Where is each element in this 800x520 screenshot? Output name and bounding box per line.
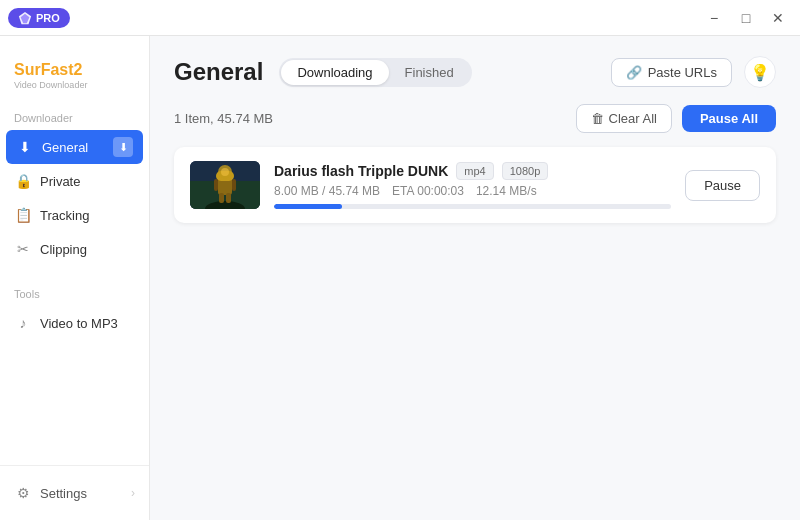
pause-all-button[interactable]: Pause All [682,105,776,132]
trash-icon: 🗑 [591,111,604,126]
eta-info: ETA 00:00:03 [392,184,464,198]
progress-bar [274,204,671,209]
clear-all-button[interactable]: 🗑 Clear All [576,104,672,133]
download-meta: 8.00 MB / 45.74 MB ETA 00:00:03 12.14 MB… [274,184,671,198]
item-count: 1 Item, 45.74 MB [174,111,273,126]
progress-bar-fill [274,204,342,209]
app-body: SurFast2 Video Downloader Downloader ⬇ G… [0,36,800,520]
pro-label: PRO [36,12,60,24]
svg-point-10 [221,168,229,176]
lightbulb-icon: 💡 [750,63,770,82]
download-title-row: Darius flash Tripple DUNK mp4 1080p [274,162,671,180]
sidebar-item-tracking-label: Tracking [40,208,89,223]
paste-urls-button[interactable]: 🔗 Paste URLs [611,58,732,87]
settings-item[interactable]: ⚙ Settings › [0,476,149,510]
settings-label: Settings [40,486,87,501]
sidebar-item-clipping[interactable]: ✂ Clipping [0,232,149,266]
sidebar-item-video-to-mp3[interactable]: ♪ Video to MP3 [0,306,149,340]
content-header: General Downloading Finished 🔗 Paste URL… [174,56,776,88]
sidebar: SurFast2 Video Downloader Downloader ⬇ G… [0,36,150,520]
size-info: 8.00 MB / 45.74 MB [274,184,380,198]
thumbnail [190,161,260,209]
maximize-button[interactable]: □ [732,4,760,32]
section-tools-label: Tools [0,280,149,306]
quality-badge: 1080p [502,162,549,180]
pro-badge[interactable]: PRO [8,8,70,28]
download-card: Darius flash Tripple DUNK mp4 1080p 8.00… [174,147,776,223]
close-button[interactable]: ✕ [764,4,792,32]
sidebar-item-general-label: General [42,140,88,155]
sidebar-item-private-label: Private [40,174,80,189]
logo-title: SurFast2 [14,62,135,78]
link-icon: 🔗 [626,65,642,80]
download-title: Darius flash Tripple DUNK [274,163,448,179]
sidebar-bottom: ⚙ Settings › [0,465,149,520]
sidebar-item-private[interactable]: 🔒 Private [0,164,149,198]
header-right: 🔗 Paste URLs 💡 [611,56,776,88]
sidebar-download-badge: ⬇ [113,137,133,157]
sidebar-item-tracking[interactable]: 📋 Tracking [0,198,149,232]
logo-subtitle: Video Downloader [14,80,135,90]
sidebar-item-clipping-label: Clipping [40,242,87,257]
sidebar-item-general[interactable]: ⬇ General ⬇ [6,130,143,164]
header-left: General Downloading Finished [174,58,472,87]
svg-rect-8 [232,179,236,191]
format-badge: mp4 [456,162,493,180]
thumbnail-image [190,161,260,209]
svg-rect-11 [219,193,224,203]
sidebar-item-video-mp3-label: Video to MP3 [40,316,118,331]
minimize-button[interactable]: − [700,4,728,32]
toolbar: 1 Item, 45.74 MB 🗑 Clear All Pause All [174,104,776,133]
pause-button[interactable]: Pause [685,170,760,201]
diamond-icon [18,11,32,25]
main-content: General Downloading Finished 🔗 Paste URL… [150,36,800,520]
page-title: General [174,58,263,86]
svg-rect-7 [214,179,218,191]
speed-info: 12.14 MB/s [476,184,537,198]
tracking-icon: 📋 [14,207,32,223]
download-icon: ⬇ [16,139,34,155]
logo: SurFast2 Video Downloader [0,52,149,104]
download-info: Darius flash Tripple DUNK mp4 1080p 8.00… [274,162,671,209]
chevron-right-icon: › [131,486,135,500]
lock-icon: 🔒 [14,173,32,189]
title-bar: PRO − □ ✕ [0,0,800,36]
tab-group: Downloading Finished [279,58,471,87]
lightbulb-button[interactable]: 💡 [744,56,776,88]
section-downloader-label: Downloader [0,104,149,130]
tab-finished[interactable]: Finished [389,60,470,85]
svg-rect-12 [226,193,231,203]
toolbar-right: 🗑 Clear All Pause All [576,104,776,133]
music-icon: ♪ [14,315,32,331]
clipping-icon: ✂ [14,241,32,257]
tab-downloading[interactable]: Downloading [281,60,388,85]
settings-icon: ⚙ [14,485,32,501]
